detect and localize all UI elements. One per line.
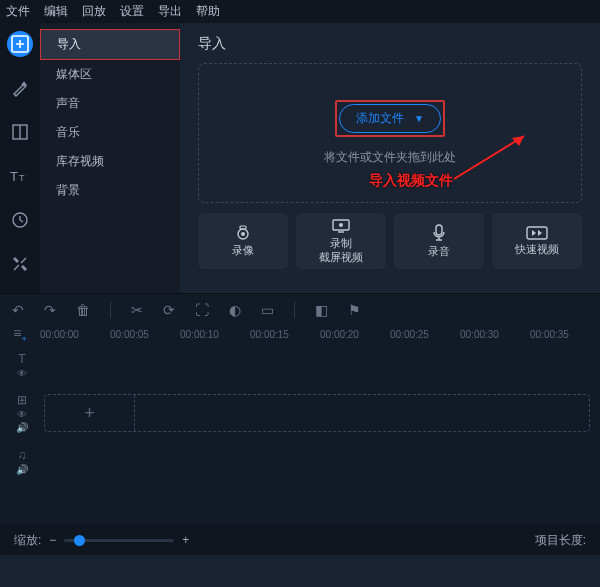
add-file-label: 添加文件 — [356, 110, 404, 127]
visibility-icon[interactable]: 👁 — [17, 409, 27, 420]
timeline-toolbar: ↶ ↷ 🗑 ✂ ⟳ ⛶ ◐ ▭ ◧ ⚑ — [0, 293, 600, 325]
audio-icon[interactable]: 🔊 — [16, 464, 28, 475]
time-icon[interactable] — [7, 207, 33, 233]
drop-zone[interactable]: 添加文件 ▼ 将文件或文件夹拖到此处 导入视频文件 — [198, 63, 582, 203]
sidepanel-background[interactable]: 背景 — [40, 176, 180, 205]
text-track-icon: T — [18, 352, 25, 366]
separator — [294, 301, 295, 319]
tools-icon[interactable] — [7, 251, 33, 277]
track-body[interactable]: + — [44, 394, 590, 432]
redo-icon[interactable]: ↷ — [44, 302, 56, 318]
action-tiles: 录像 录制 截屏视频 录音 快速视频 — [198, 213, 582, 269]
magic-icon[interactable] — [7, 75, 33, 101]
add-file-button[interactable]: 添加文件 ▼ — [339, 104, 441, 133]
sidepanel-sound[interactable]: 声音 — [40, 89, 180, 118]
ruler-tick: 00:00:15 — [250, 329, 320, 340]
audio-track[interactable]: ♫ 🔊 — [0, 440, 600, 482]
svg-rect-11 — [527, 227, 547, 239]
tile-record-audio[interactable]: 录音 — [394, 213, 484, 269]
project-length: 项目长度: — [535, 532, 586, 549]
split-icon[interactable] — [7, 119, 33, 145]
zoom-control: 缩放: − + — [14, 532, 189, 549]
status-bar: 缩放: − + 项目长度: — [0, 525, 600, 555]
left-toolbar: TT — [0, 23, 40, 293]
add-file-highlight: 添加文件 ▼ — [335, 100, 445, 137]
fast-icon — [526, 226, 548, 240]
add-media-placeholder[interactable]: + — [45, 395, 135, 431]
tile-record-cam[interactable]: 录像 — [198, 213, 288, 269]
menu-settings[interactable]: 设置 — [120, 3, 144, 20]
svg-point-9 — [339, 223, 343, 227]
slider-thumb[interactable] — [74, 535, 85, 546]
svg-text:T: T — [19, 173, 25, 183]
drop-hint: 将文件或文件夹拖到此处 — [324, 149, 456, 166]
delete-icon[interactable]: 🗑 — [76, 302, 90, 318]
mic-icon — [431, 224, 447, 242]
zoom-slider[interactable] — [64, 539, 174, 542]
clip-icon[interactable]: ▭ — [261, 302, 274, 318]
tile-label: 录音 — [428, 245, 450, 258]
timeline: ≡+ 00:00:00 00:00:05 00:00:10 00:00:15 0… — [0, 325, 600, 555]
menu-file[interactable]: 文件 — [6, 3, 30, 20]
color-icon[interactable]: ◐ — [229, 302, 241, 318]
flag-icon[interactable]: ⚑ — [348, 302, 361, 318]
visibility-icon[interactable]: 👁 — [17, 368, 27, 379]
music-track-icon: ♫ — [18, 448, 27, 462]
media-track[interactable]: ⊞ 👁 🔊 + — [0, 386, 600, 440]
marker-icon[interactable]: ◧ — [315, 302, 328, 318]
media-track-icon: ⊞ — [17, 393, 27, 407]
menu-help[interactable]: 帮助 — [196, 3, 220, 20]
zoom-out-icon[interactable]: − — [49, 533, 56, 547]
chevron-down-icon: ▼ — [414, 113, 424, 124]
sidepanel-import[interactable]: 导入 — [40, 29, 180, 60]
ruler-tick: 00:00:35 — [530, 329, 600, 340]
rotate-icon[interactable]: ⟳ — [163, 302, 175, 318]
text-track[interactable]: T 👁 — [0, 344, 600, 386]
ruler-tick: 00:00:10 — [180, 329, 250, 340]
svg-point-6 — [241, 232, 245, 236]
tile-quick-video[interactable]: 快速视频 — [492, 213, 582, 269]
track-head-audio[interactable]: ♫ 🔊 — [0, 448, 44, 475]
track-head-media[interactable]: ⊞ 👁 🔊 — [0, 393, 44, 433]
sidepanel-media[interactable]: 媒体区 — [40, 60, 180, 89]
track-body[interactable] — [44, 442, 590, 480]
cut-icon[interactable]: ✂ — [131, 302, 143, 318]
import-icon[interactable] — [7, 31, 33, 57]
ruler-tick: 00:00:00 — [40, 329, 110, 340]
menubar: 文件 编辑 回放 设置 导出 帮助 — [0, 0, 600, 23]
camera-icon — [233, 225, 253, 241]
audio-icon[interactable]: 🔊 — [16, 422, 28, 433]
length-label: 项目长度: — [535, 533, 586, 547]
svg-text:T: T — [10, 169, 18, 184]
zoom-in-icon[interactable]: + — [182, 533, 189, 547]
separator — [110, 301, 111, 319]
zoom-label: 缩放: — [14, 532, 41, 549]
crop-icon[interactable]: ⛶ — [195, 302, 209, 318]
annotation-text: 导入视频文件 — [369, 172, 453, 190]
sidepanel-music[interactable]: 音乐 — [40, 118, 180, 147]
svg-rect-7 — [240, 226, 246, 229]
ruler-tick: 00:00:05 — [110, 329, 180, 340]
track-head-text[interactable]: T 👁 — [0, 352, 44, 379]
text-icon[interactable]: TT — [7, 163, 33, 189]
time-ruler[interactable]: 00:00:00 00:00:05 00:00:10 00:00:15 00:0… — [40, 325, 600, 344]
ruler-tick: 00:00:30 — [460, 329, 530, 340]
menu-edit[interactable]: 编辑 — [44, 3, 68, 20]
undo-icon[interactable]: ↶ — [12, 302, 24, 318]
track-body[interactable] — [44, 346, 590, 384]
sidepanel-stock[interactable]: 库存视频 — [40, 147, 180, 176]
menu-export[interactable]: 导出 — [158, 3, 182, 20]
screen-icon — [331, 218, 351, 234]
annotation-arrow — [449, 124, 539, 184]
tile-label: 录制 截屏视频 — [319, 237, 363, 263]
svg-rect-10 — [436, 225, 442, 235]
side-panel: 导入 媒体区 声音 音乐 库存视频 背景 — [40, 23, 180, 293]
content-title: 导入 — [198, 35, 582, 53]
tile-record-screen[interactable]: 录制 截屏视频 — [296, 213, 386, 269]
main-area: TT 导入 媒体区 声音 音乐 库存视频 背景 导入 添加文件 ▼ 将文件或文件… — [0, 23, 600, 293]
ruler-tick: 00:00:20 — [320, 329, 390, 340]
menu-playback[interactable]: 回放 — [82, 3, 106, 20]
add-track-icon[interactable]: ≡+ — [13, 325, 26, 344]
tile-label: 快速视频 — [515, 243, 559, 256]
content-area: 导入 添加文件 ▼ 将文件或文件夹拖到此处 导入视频文件 录像 — [180, 23, 600, 293]
